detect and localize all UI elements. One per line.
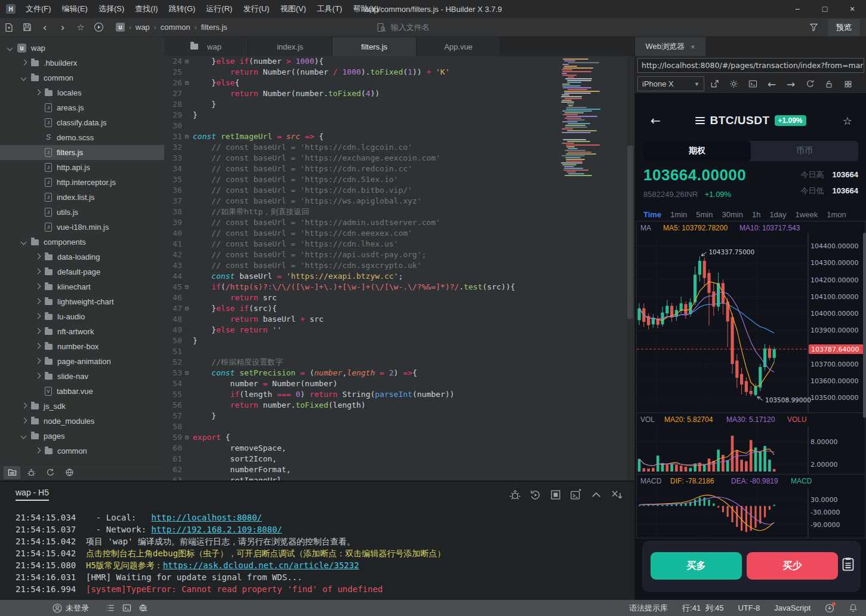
code-line[interactable]: 52 //根据精度设置数字: [164, 357, 634, 368]
editor-tab-filters-js[interactable]: filters.js: [332, 37, 417, 56]
browser-back-icon[interactable]: ←: [763, 76, 781, 91]
cursor-line[interactable]: 行:41: [682, 603, 701, 612]
browser-forward-icon[interactable]: →: [782, 76, 800, 91]
outline-list-icon[interactable]: [106, 603, 115, 612]
menu-item[interactable]: 工具(T): [312, 4, 348, 13]
code-line[interactable]: 60 removeSpace,: [164, 443, 634, 454]
menu-item[interactable]: 查找(I): [130, 4, 163, 13]
code-line[interactable]: 50}: [164, 335, 634, 346]
phone-scrollbar[interactable]: [863, 233, 866, 418]
timeframe-1h[interactable]: 1h: [752, 210, 760, 219]
tree-item-default-page[interactable]: default-page: [0, 264, 164, 279]
encoding-status[interactable]: UTF-8: [738, 603, 760, 612]
breadcrumb-item-common[interactable]: common: [161, 23, 190, 32]
macd-chart[interactable]: 30.0000-30.0000-90.0000: [637, 488, 865, 538]
menu-item[interactable]: 编辑(E): [57, 4, 93, 13]
tree-item-vue-i18n-min-js[interactable]: Jvue-i18n.min.js: [0, 220, 164, 235]
pair-list-icon[interactable]: [695, 117, 705, 124]
code-line[interactable]: 54 number = Number(number): [164, 378, 634, 389]
tree-item-data-loading[interactable]: data-loading: [0, 250, 164, 264]
tree-item-areas-js[interactable]: Jareas.js: [0, 100, 164, 115]
collapse-up-icon[interactable]: [590, 489, 602, 501]
tree-item-index-list-js[interactable]: Jindex.list.js: [0, 190, 164, 205]
menu-item[interactable]: 选择(S): [93, 4, 130, 13]
editor-tab-wap[interactable]: wap: [164, 37, 248, 56]
user-avatar-icon[interactable]: [53, 603, 62, 613]
code-line[interactable]: 45⊟ if(/http(s)?:\/\/([\w-]+\.)+[\w-]+(\…: [164, 282, 634, 292]
code-line[interactable]: 41 // const baseUrl = 'https://cdn.lhex.…: [164, 239, 634, 250]
run-button[interactable]: [90, 18, 107, 37]
tree-item-wap[interactable]: uwap: [0, 41, 164, 56]
web-service-icon[interactable]: [139, 603, 148, 612]
code-line[interactable]: 56 return number.toFixed(length): [164, 400, 634, 411]
editor-tab-app-vue[interactable]: App.vue: [417, 37, 501, 56]
editor-scrollbar[interactable]: [627, 56, 634, 481]
console-tab-wap-h5[interactable]: wap - H5: [16, 488, 49, 501]
login-status[interactable]: 未登录: [66, 603, 89, 614]
tree-item-common[interactable]: common: [0, 443, 164, 458]
settings-gear-icon[interactable]: [725, 76, 742, 91]
device-select[interactable]: iPhone X▼: [637, 76, 704, 91]
syntax-lib-status[interactable]: 语法提示库: [629, 603, 668, 614]
code-line[interactable]: 44 const baseUrl = 'https://exapi.btzyw.…: [164, 271, 634, 282]
filter-funnel-icon[interactable]: [809, 23, 818, 32]
volume-chart[interactable]: 8.000002.00000: [637, 426, 865, 474]
code-line[interactable]: 47⊟ }else if(src){: [164, 303, 634, 314]
menu-item[interactable]: 视图(V): [275, 4, 311, 13]
save-button[interactable]: [18, 18, 36, 37]
code-line[interactable]: 40 // const baseUrl = 'https://cdn.eeexe…: [164, 228, 634, 239]
tree-item--hbuilderx[interactable]: .hbuilderx: [0, 56, 164, 70]
timeframe-1mon[interactable]: 1mon: [827, 210, 846, 219]
code-line[interactable]: 55 if(length === 0) return String(parseI…: [164, 389, 634, 400]
timeframe-1day[interactable]: 1day: [769, 210, 786, 219]
menu-item[interactable]: 发行(U): [238, 4, 275, 13]
web-globe-icon[interactable]: [61, 466, 78, 479]
console-link[interactable]: http://192.168.2.109:8080/: [152, 525, 282, 534]
code-line[interactable]: 39 // const baseUrl = 'https://admin.usd…: [164, 217, 634, 228]
url-input[interactable]: http://localhost:8080/#/pages/transactio…: [637, 58, 864, 73]
tree-item-number-box[interactable]: number-box: [0, 339, 164, 354]
tree-item-components[interactable]: components: [0, 235, 164, 250]
code-line[interactable]: 61 sort2Icon,: [164, 454, 634, 464]
menu-item[interactable]: 帮助(Y): [347, 4, 384, 13]
preview-button[interactable]: 预览: [828, 19, 860, 36]
restart-icon[interactable]: [529, 489, 541, 501]
debug-bug-icon[interactable]: [509, 489, 521, 501]
minimize-button[interactable]: −: [784, 0, 811, 18]
code-line[interactable]: 38 //如果带http，则直接返回: [164, 207, 634, 217]
grid-apps-icon[interactable]: [839, 76, 857, 91]
new-file-button[interactable]: [0, 18, 18, 37]
tree-item-lu-audio[interactable]: lu-audio: [0, 309, 164, 324]
orders-clipboard-icon[interactable]: [840, 556, 856, 572]
open-console-icon[interactable]: [570, 489, 582, 501]
language-mode[interactable]: JavaScript: [774, 603, 810, 612]
menu-item[interactable]: 跳转(G): [164, 4, 201, 13]
code-line[interactable]: 62 numberFormat,: [164, 464, 634, 475]
web-browser-tab[interactable]: Web浏览器 ×: [635, 37, 705, 56]
menu-item[interactable]: 运行(R): [201, 4, 238, 13]
close-console-icon[interactable]: [611, 489, 622, 501]
open-external-icon[interactable]: [705, 76, 723, 91]
browser-refresh-icon[interactable]: [801, 76, 819, 91]
devtools-console-icon[interactable]: [744, 76, 762, 91]
project-manager-icon[interactable]: [4, 466, 20, 479]
watchlist-star-icon[interactable]: ☆: [843, 115, 852, 127]
tree-item-common[interactable]: common: [0, 70, 164, 85]
terminal-icon[interactable]: [122, 603, 131, 612]
timeframe-1min[interactable]: 1min: [670, 210, 687, 219]
maximize-button[interactable]: □: [811, 0, 839, 18]
refresh-icon[interactable]: [42, 466, 58, 479]
tree-item-classify-data-js[interactable]: Jclassify.data.js: [0, 115, 164, 130]
tree-item-locales[interactable]: locales: [0, 85, 164, 100]
tree-item-page-animation[interactable]: page-animation: [0, 354, 164, 369]
symbol-title[interactable]: BTC/USDT: [710, 114, 769, 127]
menu-item[interactable]: 文件(F): [20, 4, 57, 13]
cursor-col[interactable]: 列:45: [705, 603, 723, 612]
favorite-star-button[interactable]: ☆: [72, 18, 90, 37]
back-button[interactable]: ‹: [36, 18, 54, 37]
code-line[interactable]: 46 return src: [164, 292, 634, 303]
stop-icon[interactable]: [550, 489, 562, 501]
tree-item-filters-js[interactable]: Jfilters.js: [0, 145, 164, 160]
update-notification-icon[interactable]: [825, 603, 834, 613]
tree-item-js-sdk[interactable]: js_sdk: [0, 399, 164, 414]
